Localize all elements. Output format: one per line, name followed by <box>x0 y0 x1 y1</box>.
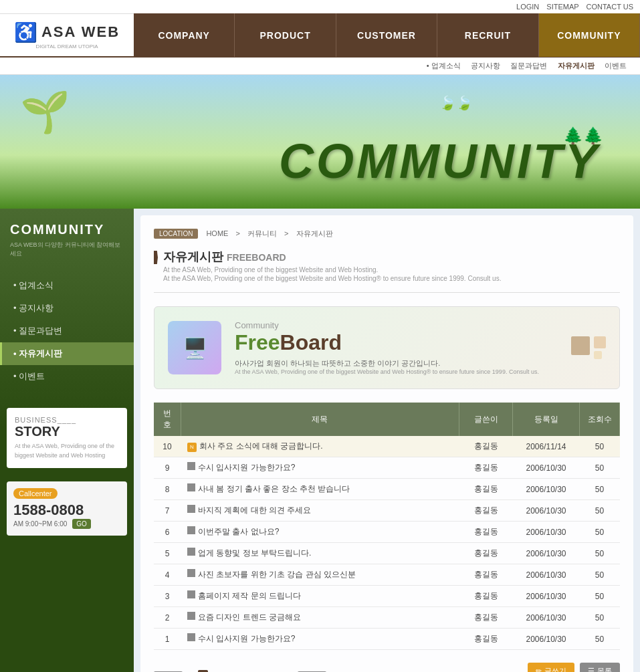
table-row: 2 요즘 디자인 트렌드 궁금해요 홍길동 2006/10/30 50 <box>154 607 620 629</box>
business-desc: At the ASA Web, Providing one of the big… <box>15 442 119 460</box>
cell-num: 9 <box>154 457 181 479</box>
cell-date: 2006/10/30 <box>513 543 580 564</box>
hero-title: COMMUNITY <box>279 134 600 189</box>
cell-title[interactable]: 요즘 디자인 트렌드 궁금해요 <box>181 607 459 629</box>
breadcrumb-sep2: > <box>284 229 288 237</box>
sidebar-item-qna[interactable]: 질문과답변 <box>0 320 134 342</box>
page-desc2: At the ASA Web, Providing one of the big… <box>163 275 501 282</box>
cell-title[interactable]: 업게 동향및 정보 부탁드립니다. <box>181 543 459 564</box>
main-nav: COMPANY PRODUCT CUSTOMER RECRUIt COMMUNI… <box>134 13 640 57</box>
sidebar-item-news[interactable]: 업계소식 <box>0 274 134 297</box>
nav-product[interactable]: PRODUCT <box>235 13 336 57</box>
breadcrumb-mid[interactable]: 커뮤니티 <box>247 229 277 237</box>
sidebar-menu: 업계소식 공지사항 질문과답변 자유게시판 이벤트 <box>0 267 134 395</box>
logo-area: ♿ ASA WEB DIGITAL DREAM UTOPIA <box>0 16 134 55</box>
nav-community[interactable]: COMMUNITY <box>539 13 640 57</box>
cell-title[interactable]: 바지직 계획에 대한 의견 주세요 <box>181 500 459 522</box>
business-box: BUSINESS____ STORY At the ASA Web, Provi… <box>7 408 127 468</box>
cell-title[interactable]: 수시 입사지원 가능한가요? <box>181 457 459 479</box>
list-label: 목록 <box>597 666 612 672</box>
doc-icon <box>187 548 195 556</box>
cell-num: 10 <box>154 436 181 457</box>
callcenter-label: Callcenter <box>13 488 58 499</box>
cell-date: 2006/10/30 <box>513 457 580 479</box>
action-buttons: ✏ 글쓰기 ☰ 목록 <box>528 663 620 672</box>
col-author: 글쓴이 <box>459 403 513 436</box>
nav-company[interactable]: COMPANY <box>134 13 235 57</box>
cell-views: 50 <box>580 543 620 564</box>
col-title: 제목 <box>181 403 459 436</box>
cell-title[interactable]: N회사 주요 소식에 대해 궁금합니다. <box>181 436 459 457</box>
board-table: 번호 제목 글쓴이 등록일 조회수 10 N회사 주요 소식에 대해 궁금합니다… <box>154 403 620 650</box>
table-row: 8 사내 봄 정기 출사 좋은 장소 추천 받습니다 홍길동 2006/10/3… <box>154 479 620 500</box>
cell-views: 50 <box>580 500 620 522</box>
list-button[interactable]: ☰ 목록 <box>580 663 620 672</box>
cell-num: 2 <box>154 607 181 629</box>
cell-num: 5 <box>154 543 181 564</box>
cell-title[interactable]: 홈페이지 제작 문의 드립니다 <box>181 586 459 607</box>
cell-views: 50 <box>580 629 620 650</box>
logo-text: ASA WEB <box>41 23 120 41</box>
banner-sub: At the ASA Web, Providing one of the big… <box>235 368 571 375</box>
cell-views: 50 <box>580 436 620 457</box>
contact-link[interactable]: CONTACT US <box>586 3 634 11</box>
cell-num: 6 <box>154 522 181 543</box>
cell-title[interactable]: 이번주말 출사 없나요? <box>181 522 459 543</box>
logo-sub: DIGITAL DREAM UTOPIA <box>35 43 98 49</box>
subnav-qna[interactable]: 질문과답변 <box>510 62 547 70</box>
sitemap-link[interactable]: SITEMAP <box>546 3 578 11</box>
cell-title[interactable]: 사진 초보자를 위한 기초 강습 관심 있으신분 <box>181 564 459 586</box>
cell-views: 50 <box>580 479 620 500</box>
cell-date: 2006/10/30 <box>513 607 580 629</box>
table-row: 5 업게 동향및 정보 부탁드립니다. 홍길동 2006/10/30 50 <box>154 543 620 564</box>
page-header: 자유게시판 FREEBOARD At the ASA Web, Providin… <box>154 249 620 293</box>
cell-author: 홍길동 <box>459 500 513 522</box>
cell-date: 2006/10/30 <box>513 629 580 650</box>
banner-text: Community FreeBoard 아사가업 회원이 하나되는 따뜻하고 소… <box>235 320 571 375</box>
cell-views: 50 <box>580 607 620 629</box>
callcenter-go-button[interactable]: GO <box>72 519 91 529</box>
cell-title[interactable]: 사내 봄 정기 출사 좋은 장소 추천 받습니다 <box>181 479 459 500</box>
cell-author: 홍길동 <box>459 522 513 543</box>
breadcrumb-current: 자유게시판 <box>296 229 333 237</box>
breadcrumb: LOCATION HOME > 커뮤니티 > 자유게시판 <box>154 229 620 239</box>
sidebar-item-notice[interactable]: 공지사항 <box>0 297 134 320</box>
subnav-freeboard[interactable]: 자유게시판 <box>558 62 595 70</box>
table-row: 1 수시 입사지원 가능한가요? 홍길동 2006/10/30 50 <box>154 629 620 650</box>
nav-recruit[interactable]: RECRUIt <box>437 13 538 57</box>
subnav-notice[interactable]: 공지사항 <box>471 62 500 70</box>
subnav-event[interactable]: 이벤트 <box>605 62 627 70</box>
sidebar-sub: ASA WEB의 다양한 커뮤니티에 참여해보세요 <box>0 241 134 267</box>
cell-author: 홍길동 <box>459 436 513 457</box>
callcenter-box: Callcenter 1588-0808 AM 9:00~PM 6:00 GO <box>7 481 127 536</box>
nav-customer[interactable]: CUSTOMER <box>336 13 437 57</box>
subnav-news[interactable]: • 업계소식 <box>427 62 461 70</box>
cell-num: 8 <box>154 479 181 500</box>
page-icon <box>154 251 158 264</box>
cell-title[interactable]: 수시 입사지원 가능한가요? <box>181 629 459 650</box>
doc-icon <box>187 590 195 598</box>
list-icon: ☰ <box>588 667 595 672</box>
main-area: COMMUNITY ASA WEB의 다양한 커뮤니티에 참여해보세요 업계소식… <box>0 209 640 672</box>
sidebar: COMMUNITY ASA WEB의 다양한 커뮤니티에 참여해보세요 업계소식… <box>0 209 134 672</box>
cell-date: 2006/11/14 <box>513 436 580 457</box>
sidebar-item-freeboard[interactable]: 자유게시판 <box>0 342 134 365</box>
notice-icon: N <box>187 443 197 452</box>
cell-num: 3 <box>154 586 181 607</box>
business-story: STORY <box>15 424 119 439</box>
write-label: 글쓰기 <box>544 666 566 672</box>
login-link[interactable]: LOGIN <box>516 3 539 11</box>
breadcrumb-home[interactable]: HOME <box>206 229 228 237</box>
location-badge: LOCATION <box>154 229 198 239</box>
doc-icon <box>187 526 195 534</box>
hero-banner: 🌱 🍃🍃 🌲🌲 COMMUNITY <box>0 75 640 209</box>
cell-views: 50 <box>580 586 620 607</box>
cell-date: 2006/10/30 <box>513 479 580 500</box>
sidebar-title: COMMUNITY <box>0 209 134 241</box>
sidebar-item-event[interactable]: 이벤트 <box>0 365 134 388</box>
write-button[interactable]: ✏ 글쓰기 <box>528 663 574 672</box>
cell-date: 2006/10/30 <box>513 564 580 586</box>
col-views: 조회수 <box>580 403 620 436</box>
callcenter-hours: AM 9:00~PM 6:00 <box>13 520 67 528</box>
table-body: 10 N회사 주요 소식에 대해 궁금합니다. 홍길동 2006/11/14 5… <box>154 436 620 650</box>
